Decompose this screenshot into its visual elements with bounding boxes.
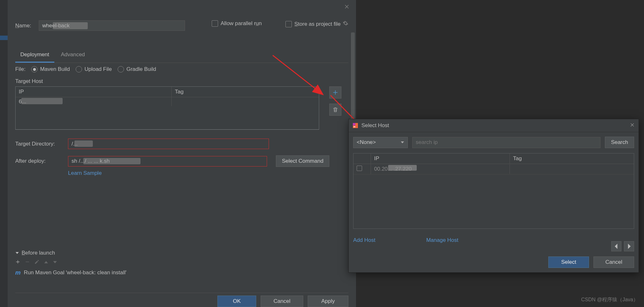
list-item[interactable]: m Run Maven Goal 'wheel-back: clean inst…	[15, 269, 348, 276]
tabs: Deployment Advanced	[15, 48, 348, 63]
maven-icon: m	[15, 269, 21, 276]
before-launch-label: Before launch	[22, 250, 55, 256]
gear-icon[interactable]	[343, 20, 348, 28]
close-icon[interactable]	[630, 122, 635, 129]
next-page-button[interactable]	[624, 241, 634, 251]
minus-icon[interactable]	[25, 259, 30, 266]
table-row[interactable]: 6...	[16, 97, 319, 106]
radio-maven-build[interactable]	[31, 66, 38, 72]
table-row[interactable]: 00.20... .27.220	[353, 164, 634, 174]
remove-host-button[interactable]	[329, 104, 341, 116]
radio-gradle-build[interactable]	[118, 66, 124, 72]
target-host-table[interactable]: IP Tag 6...	[15, 86, 319, 130]
ok-button[interactable]: OK	[217, 296, 256, 307]
chevron-down-icon[interactable]	[15, 251, 19, 255]
target-host-label: Target Host	[15, 78, 348, 85]
svg-rect-3	[353, 123, 355, 126]
allow-parallel-run-checkbox[interactable]	[212, 20, 218, 27]
cancel-button[interactable]: Cancel	[261, 296, 303, 307]
select-host-popup: Select Host <None> search ip Search IP T…	[348, 119, 639, 273]
tab-deployment[interactable]: Deployment	[15, 48, 54, 63]
apply-button[interactable]: Apply	[308, 296, 348, 307]
name-label: Name:	[15, 23, 31, 29]
watermark: CSDN @程序猿（Java）	[581, 297, 638, 303]
after-deploy-label: After deploy:	[15, 158, 62, 164]
popup-title: Select Host	[361, 122, 389, 129]
search-input[interactable]: search ip	[412, 137, 600, 148]
host-row-ip: 6...	[16, 97, 172, 106]
host-result-table: IP Tag 00.20... .27.220	[353, 153, 634, 229]
before-launch-toolbar	[15, 259, 348, 266]
col-tag: Tag	[510, 154, 634, 164]
search-button[interactable]: Search	[605, 137, 634, 148]
plus-icon[interactable]	[15, 259, 20, 266]
down-icon[interactable]	[53, 260, 57, 266]
manage-host-link[interactable]: Manage Host	[426, 237, 458, 243]
intellij-icon	[353, 123, 358, 128]
store-as-project-file-checkbox[interactable]	[285, 21, 292, 27]
run-config-dialog: Name: Allow parallel run Store as projec…	[8, 0, 356, 307]
add-host-link[interactable]: Add Host	[353, 237, 375, 243]
edit-icon[interactable]	[34, 259, 39, 266]
learn-sample-link[interactable]: Learn Sample	[68, 170, 348, 176]
host-col-tag: Tag	[172, 87, 319, 97]
radio-gradle-build-label: Gradle Build	[127, 66, 156, 72]
tab-advanced[interactable]: Advanced	[56, 48, 90, 62]
row-checkbox[interactable]	[357, 166, 362, 171]
select-command-button[interactable]: Select Command	[276, 155, 329, 167]
radio-maven-build-label: Maven Build	[40, 66, 70, 72]
prev-page-button[interactable]	[611, 241, 621, 251]
goal-text: Run Maven Goal 'wheel-back: clean instal…	[24, 269, 127, 276]
radio-upload-file[interactable]	[76, 66, 82, 72]
up-icon[interactable]	[44, 260, 48, 266]
radio-upload-file-label: Upload File	[85, 66, 112, 72]
store-as-project-file-label: Store as project file	[294, 21, 341, 27]
row-ip: 00.20... .27.220	[371, 164, 510, 174]
cancel-button[interactable]: Cancel	[593, 256, 634, 268]
close-icon[interactable]	[344, 4, 351, 11]
add-host-button[interactable]	[329, 86, 341, 99]
target-directory-input[interactable]	[68, 139, 269, 149]
host-col-ip: IP	[16, 87, 172, 97]
filter-select[interactable]: <None>	[353, 137, 408, 148]
select-button[interactable]: Select	[548, 256, 589, 268]
svg-rect-4	[353, 126, 355, 127]
col-ip: IP	[371, 154, 510, 164]
allow-parallel-run-label: Allow parallel run	[221, 20, 262, 27]
file-label: File:	[15, 66, 25, 72]
target-directory-label: Target Directory:	[15, 141, 62, 147]
